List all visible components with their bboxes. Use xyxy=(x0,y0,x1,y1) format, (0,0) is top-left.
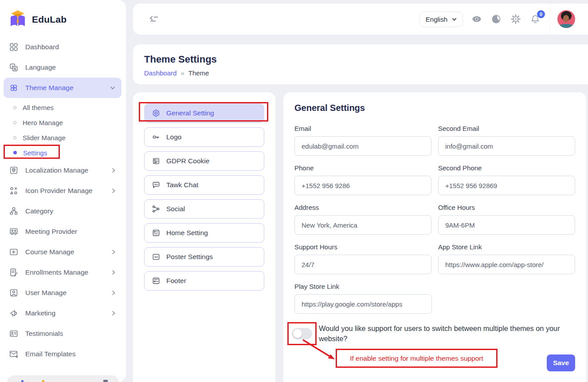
avatar-face xyxy=(563,15,569,22)
testimonials-icon xyxy=(9,329,19,339)
sidebar-item-localization-manage[interactable]: Localization Manage xyxy=(0,160,126,181)
multi-theme-toggle[interactable] xyxy=(292,328,312,339)
tab-label: Footer xyxy=(166,277,186,285)
bullet-icon xyxy=(13,151,17,154)
sidebar-collapse-icon[interactable] xyxy=(149,15,159,23)
sidebar-item-label: Marketing xyxy=(25,309,55,317)
header-divider xyxy=(550,4,550,35)
course-manage-icon xyxy=(9,247,19,257)
user-avatar[interactable] xyxy=(557,10,575,28)
tab-tawk-chat[interactable]: TALK Tawk Chat xyxy=(144,175,264,195)
sidebar-subitem-slider-manage[interactable]: Slider Manage xyxy=(0,130,126,145)
sidebar-item-email-templates[interactable]: Email Templates xyxy=(0,344,126,364)
form-row: Play Store Link xyxy=(294,283,575,314)
tab-social[interactable]: Social xyxy=(144,199,264,219)
page-title: Theme Settings xyxy=(144,54,588,65)
sidebar-subitem-label: Slider Manage xyxy=(23,134,66,142)
sidebar-item-enrollments-manage[interactable]: Enrollments Manage xyxy=(0,262,126,283)
breadcrumb-dashboard-link[interactable]: Dashboard xyxy=(144,69,176,77)
svg-text:TALK: TALK xyxy=(154,184,158,185)
play-store-link-input[interactable] xyxy=(294,294,432,314)
sidebar-item-language[interactable]: A Language xyxy=(0,57,126,78)
field-label: Second Email xyxy=(438,125,575,132)
sidebar-item-marketing[interactable]: Marketing xyxy=(0,303,126,323)
tab-poster-settings[interactable]: Ad Poster Settings xyxy=(144,247,264,267)
toggle-question: Would you like support for users to swit… xyxy=(319,322,570,344)
sidebar-item-dashboard[interactable]: Dashboard xyxy=(0,37,126,57)
bullet-icon xyxy=(13,136,16,139)
sidebar-item-course-manage[interactable]: Course Manage xyxy=(0,242,126,262)
tab-gdpr-cookie[interactable]: GDPR Cookie xyxy=(144,151,264,171)
gdpr-cookie-icon xyxy=(152,157,161,165)
sidebar-item-label: Language xyxy=(25,63,56,71)
tab-home-setting[interactable]: Home Setting xyxy=(144,223,264,243)
tab-general-setting[interactable]: General Setting xyxy=(144,103,264,123)
sidebar-subitem-hero-manage[interactable]: Hero Manage xyxy=(0,115,126,130)
category-icon xyxy=(9,206,19,216)
tab-label: Social xyxy=(166,205,185,213)
dark-mode-moon-icon[interactable] xyxy=(490,13,502,25)
breadcrumb: Dashboard » Theme xyxy=(144,69,588,77)
sidebar-item-label: Email Templates xyxy=(25,350,75,358)
enrollments-icon xyxy=(9,268,19,277)
tab-logo[interactable]: Logo xyxy=(144,127,264,147)
chevron-right-icon xyxy=(111,290,116,295)
sidebar-item-theme-manage[interactable]: Theme Manage xyxy=(4,78,122,98)
support-hours-input[interactable] xyxy=(294,255,431,274)
sidebar-subitem-settings[interactable]: Settings xyxy=(0,145,126,160)
user-manage-icon xyxy=(9,288,19,298)
sidebar-item-category[interactable]: Category xyxy=(0,201,126,221)
notification-bell-icon[interactable]: 0 xyxy=(529,13,541,25)
phone-input[interactable] xyxy=(294,176,431,195)
bullet-icon xyxy=(13,121,16,124)
breadcrumb-current: Theme xyxy=(188,69,209,77)
address-input[interactable] xyxy=(294,215,431,235)
save-button[interactable]: Save xyxy=(547,354,575,371)
brand-logo[interactable]: EduLab xyxy=(0,0,126,29)
meeting-provider-icon xyxy=(9,227,19,236)
sidebar-item-testimonials[interactable]: Testimonials xyxy=(0,323,126,344)
field-phone: Phone xyxy=(294,164,431,195)
field-label: App Store Link xyxy=(438,243,575,251)
marketing-icon xyxy=(9,308,19,318)
multi-theme-toggle-row: Would you like support for users to swit… xyxy=(287,322,575,345)
sidebar-item-label: Category xyxy=(25,207,53,215)
settings-gear-icon[interactable] xyxy=(510,13,521,25)
sidebar-item-meeting-provider[interactable]: Meeting Provider xyxy=(0,221,126,242)
field-app-store-link: App Store Link xyxy=(438,243,575,274)
sidebar: EduLab Dashboard A Language Theme Manage xyxy=(0,0,126,382)
field-label: Play Store Link xyxy=(294,283,432,290)
sidebar-item-user-manage[interactable]: User Manage xyxy=(0,283,126,303)
sidebar-menu: Dashboard A Language Theme Manage All th… xyxy=(0,37,126,364)
second-phone-input[interactable] xyxy=(438,176,575,195)
sidebar-subitem-all-themes[interactable]: All themes xyxy=(0,100,126,115)
second-email-input[interactable] xyxy=(438,136,575,156)
eye-icon[interactable] xyxy=(471,13,482,25)
chevron-down-icon xyxy=(110,85,115,91)
localization-icon xyxy=(9,165,19,175)
bullet-icon xyxy=(13,106,16,109)
sidebar-item-label: Course Manage xyxy=(25,248,74,256)
email-input[interactable] xyxy=(294,136,431,156)
tab-footer[interactable]: Footer xyxy=(144,271,264,291)
office-hours-input[interactable] xyxy=(438,215,575,235)
cutoff-icon-fragment xyxy=(103,380,108,382)
form-row: Email Second Email xyxy=(294,125,575,156)
cutoff-logo-fragment xyxy=(42,380,44,382)
language-icon: A xyxy=(9,63,19,72)
app-store-link-input[interactable] xyxy=(438,255,575,274)
language-select-value: English xyxy=(426,16,447,23)
annotation-note-box: If enable setting for multiple themes su… xyxy=(336,349,498,368)
header-actions: English 0 xyxy=(419,4,588,35)
field-support-hours: Support Hours xyxy=(294,243,431,274)
sidebar-item-icon-provider-manage[interactable]: Icon Provider Manage xyxy=(0,181,126,201)
field-address: Address xyxy=(294,204,431,235)
page-title-card: Theme Settings Dashboard » Theme xyxy=(133,44,588,84)
language-select[interactable]: English xyxy=(419,12,463,27)
field-label: Address xyxy=(294,204,431,211)
dashboard-icon xyxy=(9,42,19,52)
sidebar-item-label: Meeting Provider xyxy=(25,228,77,236)
social-share-icon xyxy=(152,205,161,213)
tab-label: Tawk Chat xyxy=(166,181,198,189)
chevron-right-icon xyxy=(111,249,116,255)
